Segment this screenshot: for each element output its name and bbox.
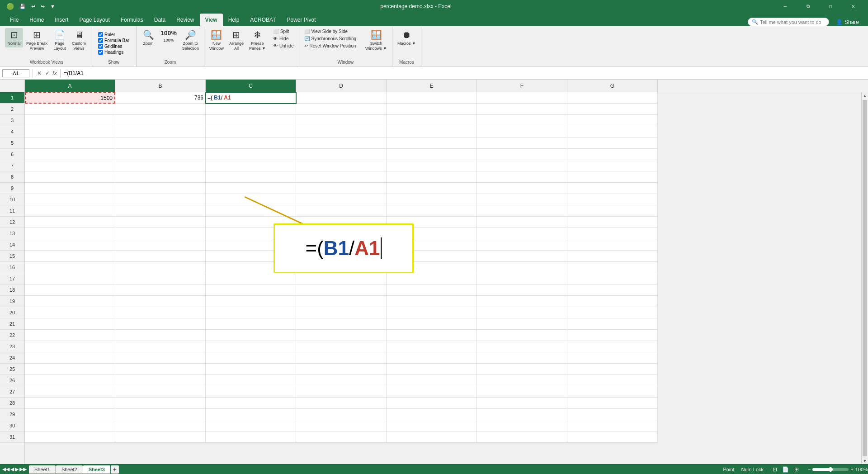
tab-review[interactable]: Review (171, 14, 199, 26)
customize-qat-icon[interactable]: ▼ (48, 3, 57, 10)
cell-f17[interactable] (477, 273, 567, 284)
synchronous-scrolling-button[interactable]: 🔄 Synchronous Scrolling (302, 35, 359, 42)
gridlines-checkbox[interactable]: Gridlines (98, 44, 122, 49)
cell-c20[interactable] (206, 307, 296, 318)
cell-d9[interactable] (296, 183, 387, 194)
col-header-f[interactable]: F (477, 80, 567, 92)
row-num-15[interactable]: 15 (0, 251, 24, 262)
cell-f30[interactable] (477, 420, 567, 431)
cell-b8[interactable] (115, 171, 206, 183)
row-num-29[interactable]: 29 (0, 409, 24, 420)
cell-b5[interactable] (115, 137, 206, 149)
sheet-tab-sheet3[interactable]: Sheet3 (83, 465, 110, 474)
cell-f6[interactable] (477, 149, 567, 160)
cell-f27[interactable] (477, 386, 567, 398)
row-num-30[interactable]: 30 (0, 420, 24, 431)
cell-d25[interactable] (296, 364, 387, 375)
cell-a13[interactable] (25, 228, 115, 239)
row-num-19[interactable]: 19 (0, 296, 24, 307)
cell-c25[interactable] (206, 364, 296, 375)
formula-bar-checkbox[interactable]: Formula Bar (98, 38, 129, 43)
cell-a27[interactable] (25, 386, 115, 398)
cell-f11[interactable] (477, 205, 567, 217)
cell-f29[interactable] (477, 409, 567, 420)
cell-b15[interactable] (115, 251, 206, 262)
cell-f7[interactable] (477, 160, 567, 171)
cell-g15[interactable] (567, 251, 658, 262)
cell-d18[interactable] (296, 284, 387, 296)
cell-c23[interactable] (206, 341, 296, 352)
cell-e31[interactable] (387, 431, 477, 443)
row-num-27[interactable]: 27 (0, 386, 24, 398)
tab-data[interactable]: Data (149, 14, 171, 26)
custom-views-button[interactable]: 🖥 CustomViews (70, 28, 88, 52)
cell-g19[interactable] (567, 296, 658, 307)
tab-insert[interactable]: Insert (49, 14, 74, 26)
window-controls[interactable]: ─ ⧉ □ ✕ (775, 0, 863, 13)
row-num-26[interactable]: 26 (0, 375, 24, 386)
cell-a18[interactable] (25, 284, 115, 296)
cell-a9[interactable] (25, 183, 115, 194)
row-num-3[interactable]: 3 (0, 115, 24, 126)
cell-f8[interactable] (477, 171, 567, 183)
vertical-scrollbar[interactable]: ▲ ▼ (861, 92, 868, 464)
cell-f22[interactable] (477, 330, 567, 341)
cell-c28[interactable] (206, 398, 296, 409)
cell-b11[interactable] (115, 205, 206, 217)
row-num-24[interactable]: 24 (0, 352, 24, 364)
tab-home[interactable]: Home (24, 14, 49, 26)
cell-g30[interactable] (567, 420, 658, 431)
minimize-button[interactable]: ─ (775, 0, 796, 13)
cell-e29[interactable] (387, 409, 477, 420)
cell-b9[interactable] (115, 183, 206, 194)
row-num-18[interactable]: 18 (0, 284, 24, 296)
cell-g29[interactable] (567, 409, 658, 420)
cell-a20[interactable] (25, 307, 115, 318)
cell-f24[interactable] (477, 352, 567, 364)
cell-e2[interactable] (387, 104, 477, 115)
cell-g31[interactable] (567, 431, 658, 443)
cell-g5[interactable] (567, 137, 658, 149)
cell-f10[interactable] (477, 194, 567, 205)
row-num-25[interactable]: 25 (0, 364, 24, 375)
cell-e19[interactable] (387, 296, 477, 307)
cell-c21[interactable] (206, 318, 296, 330)
col-header-a[interactable]: A (25, 80, 115, 92)
tab-help[interactable]: Help (223, 14, 245, 26)
cell-a8[interactable] (25, 171, 115, 183)
cell-d8[interactable] (296, 171, 387, 183)
sheet-tab-sheet1[interactable]: Sheet1 (29, 465, 56, 474)
cell-c24[interactable] (206, 352, 296, 364)
cell-f2[interactable] (477, 104, 567, 115)
cancel-icon[interactable]: ✕ (36, 69, 42, 77)
cell-f3[interactable] (477, 115, 567, 126)
row-num-14[interactable]: 14 (0, 239, 24, 251)
cell-g18[interactable] (567, 284, 658, 296)
cell-f23[interactable] (477, 341, 567, 352)
cell-b18[interactable] (115, 284, 206, 296)
cell-c30[interactable] (206, 420, 296, 431)
cell-g20[interactable] (567, 307, 658, 318)
cell-f20[interactable] (477, 307, 567, 318)
cell-a14[interactable] (25, 239, 115, 251)
cell-d24[interactable] (296, 352, 387, 364)
col-header-b[interactable]: B (115, 80, 206, 92)
row-num-23[interactable]: 23 (0, 341, 24, 352)
cell-g11[interactable] (567, 205, 658, 217)
cell-g14[interactable] (567, 239, 658, 251)
cell-e25[interactable] (387, 364, 477, 375)
cell-g10[interactable] (567, 194, 658, 205)
cell-c5[interactable] (206, 137, 296, 149)
cell-f13[interactable] (477, 228, 567, 239)
unhide-button[interactable]: 👁 Unhide (271, 43, 296, 49)
macros-button[interactable]: ⏺ Macros ▼ (395, 28, 418, 47)
new-window-button[interactable]: 🪟 NewWindow (207, 28, 226, 52)
cell-d20[interactable] (296, 307, 387, 318)
row-num-6[interactable]: 6 (0, 149, 24, 160)
maximize-button[interactable]: □ (820, 0, 841, 13)
cell-g3[interactable] (567, 115, 658, 126)
cell-b12[interactable] (115, 217, 206, 228)
cell-g2[interactable] (567, 104, 658, 115)
share-button[interactable]: 👤 Share (836, 19, 863, 25)
zoom-slider[interactable] (812, 468, 849, 471)
